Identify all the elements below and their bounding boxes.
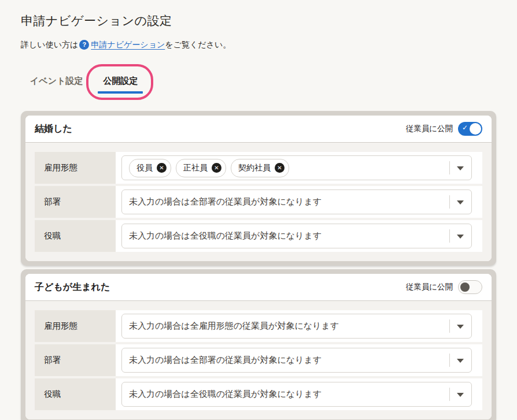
select-placeholder: 未入力の場合は全役職の従業員が対象になります [129,231,322,241]
select-placeholder: 未入力の場合は全部署の従業員が対象になります [129,355,322,366]
toggle-knob [470,123,481,135]
filter-row-label: 雇用形態 [35,152,116,184]
tag-chip-label: 役員 [136,163,153,173]
filter-row-input-cell: 未入力の場合は全部署の従業員が対象になります [116,344,482,376]
filter-row-label: 雇用形態 [35,310,116,342]
toggle-check-icon: ✓ [462,124,468,132]
tab-publish-settings-label: 公開設定 [103,76,138,86]
select-placeholder: 未入力の場合は全部署の従業員が対象になります [129,196,322,207]
tab-bar: イベント設定 公開設定 [21,74,496,97]
event-sections: 結婚した 従業員に公開 ✓ 雇用形態 役員✕正社員✕契約社員✕ 部署 [21,111,496,420]
help-question-icon[interactable]: ? [79,40,89,50]
event-card-header: 子どもが生まれた 従業員に公開 ✓ [25,274,492,300]
select-divider [449,388,450,401]
filter-row-input-cell: 未入力の場合は全雇用形態の従業員が対象になります [116,310,482,342]
target-filter-table: 雇用形態 役員✕正社員✕契約社員✕ 部署 未入力の場合は全部署の従業員が対象にな… [35,152,482,252]
multi-select-input[interactable]: 未入力の場合は全雇用形態の従業員が対象になります [121,314,472,339]
multi-select-input[interactable]: 未入力の場合は全役職の従業員が対象になります [121,224,472,248]
help-text-prefix: 詳しい使い方は [21,38,78,51]
filter-row: 部署 未入力の場合は全部署の従業員が対象になります [35,186,482,218]
event-section: 子どもが生まれた 従業員に公開 ✓ 雇用形態 未入力の場合は全雇用形態の従業員が… [21,269,496,420]
tag-remove-icon[interactable]: ✕ [275,163,285,173]
event-card: 結婚した 従業員に公開 ✓ 雇用形態 役員✕正社員✕契約社員✕ 部署 [25,116,492,261]
tag-chip: 正社員✕ [176,159,226,177]
filter-row-input-cell: 未入力の場合は全部署の従業員が対象になります [116,186,482,218]
publish-toggle-group: 従業員に公開 ✓ [406,122,482,136]
help-link[interactable]: 申請ナビゲーション [91,38,165,51]
filter-row-input-cell: 未入力の場合は全役職の従業員が対象になります [116,378,482,410]
tag-chip-label: 正社員 [183,163,208,173]
select-divider [449,354,450,367]
multi-select-input[interactable]: 未入力の場合は全役職の従業員が対象になります [121,382,472,407]
selected-tags: 役員✕正社員✕契約社員✕ [129,159,289,177]
select-divider [449,161,450,174]
help-line: 詳しい使い方は ? 申請ナビゲーション をご覧ください。 [21,38,496,51]
filter-row: 部署 未入力の場合は全部署の従業員が対象になります [35,344,482,376]
publish-toggle[interactable]: ✓ [458,122,482,136]
event-title: 子どもが生まれた [35,281,110,293]
tag-chip-label: 契約社員 [238,163,271,173]
event-card-body: 雇用形態 未入力の場合は全雇用形態の従業員が対象になります 部署 未入力の場合は… [25,300,492,419]
filter-row-label: 役職 [35,378,116,410]
toggle-knob [460,283,470,292]
tag-remove-icon[interactable]: ✕ [212,163,221,173]
event-section: 結婚した 従業員に公開 ✓ 雇用形態 役員✕正社員✕契約社員✕ 部署 [21,111,496,266]
event-title: 結婚した [35,123,72,135]
event-card-body: 雇用形態 役員✕正社員✕契約社員✕ 部署 未入力の場合は全部署の従業員が対象にな… [25,142,492,261]
multi-select-input[interactable]: 役員✕正社員✕契約社員✕ [121,155,472,180]
publish-toggle-group: 従業員に公開 ✓ [406,280,482,294]
select-placeholder: 未入力の場合は全役職の従業員が対象になります [129,389,322,400]
active-tab-underline [98,91,143,94]
tab-event-settings[interactable]: イベント設定 [30,74,83,88]
select-divider [449,229,450,243]
filter-row-input-cell: 役員✕正社員✕契約社員✕ [116,152,482,184]
filter-row: 役職 未入力の場合は全役職の従業員が対象になります [35,220,482,252]
publish-toggle-label: 従業員に公開 [406,282,453,292]
event-card: 子どもが生まれた 従業員に公開 ✓ 雇用形態 未入力の場合は全雇用形態の従業員が… [25,274,492,419]
filter-row-label: 役職 [35,220,116,252]
filter-row-label: 部署 [35,344,116,376]
dropdown-arrow-icon [457,235,464,239]
dropdown-arrow-icon [457,200,464,205]
publish-toggle-label: 従業員に公開 [406,124,453,134]
tag-chip: 契約社員✕ [231,159,289,177]
multi-select-input[interactable]: 未入力の場合は全部署の従業員が対象になります [121,348,472,373]
tag-chip: 役員✕ [129,159,171,177]
page-title: 申請ナビゲーションの設定 [21,13,496,29]
dropdown-arrow-icon [457,359,464,363]
filter-row: 雇用形態 役員✕正社員✕契約社員✕ [35,152,482,184]
event-card-header: 結婚した 従業員に公開 ✓ [25,116,492,142]
select-divider [449,319,450,333]
filter-row: 役職 未入力の場合は全役職の従業員が対象になります [35,378,482,410]
filter-row-input-cell: 未入力の場合は全役職の従業員が対象になります [116,220,482,252]
tab-publish-settings[interactable]: 公開設定 [100,74,141,88]
dropdown-arrow-icon [457,325,464,329]
target-filter-table: 雇用形態 未入力の場合は全雇用形態の従業員が対象になります 部署 未入力の場合は… [35,310,482,410]
filter-row: 雇用形態 未入力の場合は全雇用形態の従業員が対象になります [35,310,482,342]
select-placeholder: 未入力の場合は全雇用形態の従業員が対象になります [129,321,339,332]
tag-remove-icon[interactable]: ✕ [157,163,167,173]
dropdown-arrow-icon [457,166,464,170]
help-text-suffix: をご覧ください。 [165,38,231,51]
publish-toggle[interactable]: ✓ [458,280,482,294]
multi-select-input[interactable]: 未入力の場合は全部署の従業員が対象になります [121,189,472,214]
dropdown-arrow-icon [457,393,464,397]
select-divider [449,195,450,209]
filter-row-label: 部署 [35,186,116,218]
